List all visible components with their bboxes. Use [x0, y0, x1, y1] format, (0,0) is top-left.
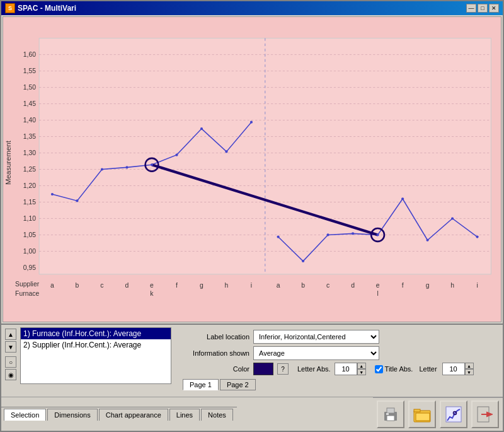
svg-text:1,05: 1,05: [23, 231, 36, 238]
info-shown-select[interactable]: Average: [253, 346, 379, 360]
svg-text:i: i: [251, 282, 252, 289]
svg-text:f: f: [176, 282, 178, 289]
svg-text:k: k: [150, 290, 154, 297]
svg-point-56: [51, 193, 54, 196]
svg-text:1,20: 1,20: [23, 182, 36, 189]
svg-text:1,55: 1,55: [23, 67, 36, 74]
tab-lines[interactable]: Lines: [169, 409, 200, 421]
svg-point-61: [175, 154, 178, 156]
svg-text:i: i: [476, 282, 478, 289]
letter-label: Letter: [419, 365, 437, 373]
main-window: S SPAC - MultiVari — □ ✕: [0, 0, 504, 432]
svg-text:d: d: [351, 282, 355, 289]
svg-text:1,35: 1,35: [23, 133, 36, 140]
svg-rect-79: [414, 409, 420, 412]
svg-text:1,50: 1,50: [23, 84, 36, 91]
print-button[interactable]: [377, 400, 404, 428]
svg-text:0,95: 0,95: [23, 264, 36, 271]
svg-rect-75: [387, 408, 394, 413]
list-dot-button[interactable]: ◉: [5, 369, 16, 380]
svg-text:1,40: 1,40: [23, 117, 36, 124]
svg-text:l: l: [377, 290, 378, 297]
title-controls: — □ ✕: [466, 4, 499, 13]
maximize-button[interactable]: □: [478, 4, 488, 13]
svg-point-73: [476, 235, 479, 238]
svg-point-65: [277, 235, 280, 238]
page-tab-2[interactable]: Page 2: [220, 379, 256, 390]
svg-point-69: [377, 233, 379, 236]
minimize-button[interactable]: —: [466, 4, 476, 13]
chart-area: 1,60 1,55 1,50 1,45 1,40 1,35 1,30 1,25 …: [3, 16, 501, 322]
svg-text:1,15: 1,15: [23, 199, 36, 206]
color-row: Color ? Letter Abs. ▲ ▼ Title Abs.: [180, 363, 495, 375]
svg-text:Supplier: Supplier: [15, 281, 40, 288]
letter-abs-spin-btns: ▲ ▼: [357, 363, 366, 375]
legend-list: 1) Furnace (Inf.Hor.Cent.): Average 2) S…: [20, 327, 171, 384]
svg-point-72: [451, 217, 454, 219]
svg-text:1,60: 1,60: [23, 51, 36, 58]
title-abs-spinner: ▲ ▼: [442, 363, 474, 375]
svg-text:1,30: 1,30: [23, 149, 36, 156]
letter-abs-down[interactable]: ▼: [357, 369, 366, 375]
label-location-select[interactable]: Inferior, Horizontal,Centered: [253, 330, 379, 344]
title-abs-checkbox[interactable]: [375, 365, 383, 373]
chart-svg: 1,60 1,55 1,50 1,45 1,40 1,35 1,30 1,25 …: [3, 17, 501, 322]
color-help-button[interactable]: ?: [277, 363, 289, 375]
legend-list-area: ▲ ▼ ○ ◉ 1) Furnace (Inf.Hor.Cent.): Aver…: [4, 327, 171, 394]
color-label: Color: [180, 365, 249, 373]
list-up-button[interactable]: ▲: [5, 329, 16, 340]
svg-text:f: f: [402, 282, 404, 289]
svg-point-60: [151, 163, 153, 166]
title-abs-down[interactable]: ▼: [465, 369, 474, 375]
svg-text:b: b: [301, 282, 305, 289]
info-shown-row: Information shown Average: [180, 346, 495, 360]
svg-text:c: c: [100, 282, 103, 289]
svg-text:1,45: 1,45: [23, 100, 36, 107]
svg-rect-77: [386, 413, 389, 415]
tab-notes[interactable]: Notes: [201, 409, 233, 421]
svg-point-68: [352, 232, 354, 235]
svg-point-67: [327, 233, 329, 236]
svg-point-64: [250, 121, 253, 124]
title-abs-text: Title Abs.: [385, 365, 413, 373]
svg-text:Furnace: Furnace: [15, 290, 39, 297]
page-tab-1[interactable]: Page 1: [183, 379, 219, 390]
title-abs-spin-btns: ▲ ▼: [465, 363, 474, 375]
legend-item-2[interactable]: 2) Supplier (Inf.Hor.Cent.): Average: [21, 339, 171, 351]
letter-abs-up[interactable]: ▲: [357, 363, 366, 369]
close-button[interactable]: ✕: [489, 4, 499, 13]
svg-text:d: d: [125, 282, 129, 289]
color-picker[interactable]: [253, 363, 273, 375]
legend-item-1[interactable]: 1) Furnace (Inf.Hor.Cent.): Average: [21, 328, 171, 339]
svg-rect-80: [416, 413, 430, 421]
svg-point-63: [225, 150, 227, 153]
svg-text:e: e: [376, 282, 380, 289]
legend-controls: ▲ ▼ ○ ◉ 1) Furnace (Inf.Hor.Cent.): Aver…: [1, 325, 503, 397]
svg-point-58: [101, 168, 103, 170]
tab-selection[interactable]: Selection: [4, 409, 46, 421]
svg-text:g: g: [200, 282, 203, 289]
svg-point-70: [401, 197, 404, 200]
svg-text:1,10: 1,10: [23, 215, 36, 222]
svg-text:a: a: [277, 282, 280, 289]
title-abs-up[interactable]: ▲: [465, 363, 474, 369]
svg-text:e: e: [150, 282, 154, 289]
svg-text:g: g: [426, 282, 430, 289]
title-abs-input[interactable]: [442, 363, 465, 375]
info-shown-label: Information shown: [180, 349, 249, 357]
letter-abs-input[interactable]: [335, 363, 357, 375]
tab-dimensions[interactable]: Dimensions: [47, 409, 97, 421]
svg-text:c: c: [326, 282, 329, 289]
page-tabs: Page 1 Page 2: [180, 378, 495, 392]
open-button[interactable]: [408, 400, 436, 428]
list-circle-button[interactable]: ○: [5, 356, 16, 368]
list-down-button[interactable]: ▼: [5, 341, 16, 353]
list-sidebar: ▲ ▼ ○ ◉: [4, 327, 18, 382]
svg-point-62: [200, 127, 203, 130]
exit-button[interactable]: [471, 400, 499, 428]
tab-chart-appearance[interactable]: Chart appearance: [99, 409, 168, 421]
app-icon: S: [5, 3, 15, 13]
svg-text:h: h: [450, 282, 454, 289]
title-bar-left: S SPAC - MultiVari: [5, 3, 76, 13]
chart-button[interactable]: [440, 400, 467, 428]
